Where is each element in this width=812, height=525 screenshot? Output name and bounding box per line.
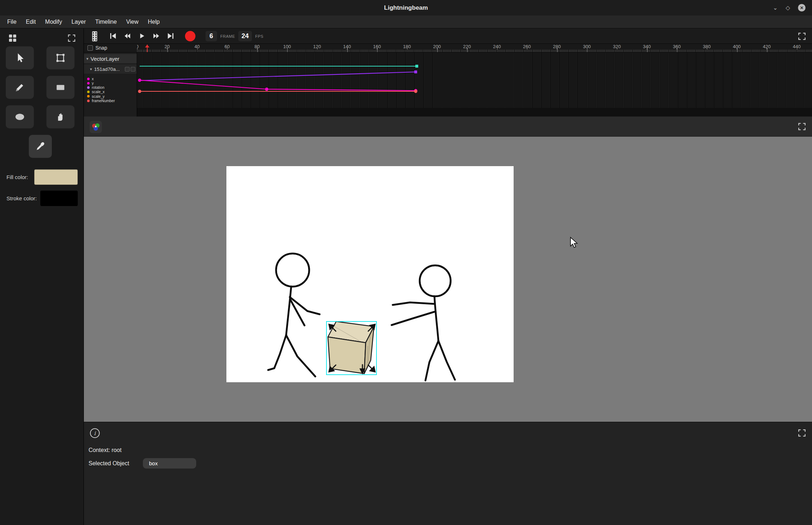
ruler-minor-ticks [137,50,812,52]
eyedropper-tool-button[interactable] [29,135,52,158]
frame-number-value[interactable]: 6 [206,31,217,41]
transport-controls [108,31,175,41]
property-row-x[interactable]: x [84,77,137,81]
menu-item-edit[interactable]: Edit [21,19,41,25]
play-button[interactable] [137,31,146,41]
collapse-triangle-icon[interactable]: ▾ [90,67,92,72]
inspector-expand-button[interactable] [797,428,807,438]
record-button[interactable] [185,31,195,41]
select-arrow-icon [14,52,26,64]
film-strip-icon [90,31,99,42]
frame-curve-keyframe [414,90,418,93]
rectangle-tool-button[interactable] [46,76,75,99]
property-name: y [92,81,94,85]
snap-toggle[interactable]: Snap [87,45,107,51]
tools-grid [6,46,75,128]
transform-tool-button[interactable] [46,46,75,69]
expand-icon [798,33,806,40]
ellipse-tool-button[interactable] [6,105,34,128]
menu-item-file[interactable]: File [3,19,21,25]
frame-indicator: 6 FRAME 24 FPS [206,28,263,44]
rewind-icon [124,32,131,40]
menu-item-view[interactable]: View [121,19,143,25]
x-curve [140,80,416,91]
menu-item-help[interactable]: Help [143,19,164,25]
skip-to-start-button[interactable] [108,31,118,41]
menu-item-timeline[interactable]: Timeline [91,19,122,25]
stroke-color-label: Stroke color: [6,195,37,201]
timeline-panel: 6 FRAME 24 FPS Snap 02040608010012014016… [84,28,812,117]
layer-name: 151ad70a... [94,67,120,72]
layer-lock-icon[interactable] [131,67,135,72]
timeline-expand-button[interactable] [797,31,807,41]
context-label: Context: root [89,447,122,453]
property-row-scale_x[interactable]: scale_x [84,90,137,94]
property-row-rotation[interactable]: rotation [84,85,137,90]
tool-panel-expand-button[interactable] [66,33,77,44]
scale-curve-keyframe [415,65,418,68]
property-rows: xyrotationscale_xscale_yframeNumber [84,77,137,103]
layer-visibility-icon[interactable] [125,67,130,72]
timeline-ruler[interactable]: Snap 02040608010012014016018020022024026… [84,44,812,52]
mouse-cursor [570,237,579,249]
window-title: Lightningbeam [0,0,812,15]
selected-object-row: Selected Object box [89,458,196,469]
layer-row-vectorlayer[interactable]: ▾ VectorLayer [84,54,137,63]
property-name: frameNumber [92,99,115,103]
snap-checkbox[interactable] [87,45,93,51]
fps-value[interactable]: 24 [238,31,252,41]
window-controls: ⌄ ◇ ✕ [773,0,806,15]
layer-name: VectorLayer [91,56,119,62]
x-curve-keyframe [265,88,269,91]
track-area[interactable] [137,52,812,117]
info-button[interactable]: i [90,428,100,438]
grid-view-button[interactable] [6,32,19,44]
property-row-y[interactable]: y [84,81,137,85]
property-row-scale_y[interactable]: scale_y [84,94,137,99]
property-name: scale_y [92,95,105,99]
pencil-icon [14,82,26,93]
select-tool-button[interactable] [6,46,34,69]
title-bar: Lightningbeam ⌄ ◇ ✕ [0,0,812,15]
y-curve [140,72,416,81]
maximize-icon[interactable]: ◇ [786,5,790,11]
property-color-dot [87,82,90,85]
skip-start-icon [109,32,117,40]
menu-item-layer[interactable]: Layer [67,19,90,25]
property-row-frameNumber[interactable]: frameNumber [84,99,137,103]
expand-icon [68,35,75,42]
property-color-dot [87,78,90,80]
stage-area[interactable] [84,137,812,422]
layer-row-object[interactable]: ▾ 151ad70a... [84,64,137,74]
rectangle-icon [55,82,66,93]
color-palette-icon [91,122,100,132]
fill-color-swatch[interactable] [34,169,78,185]
minimize-icon[interactable]: ⌄ [773,5,777,11]
property-name: x [92,77,94,81]
stroke-color-swatch[interactable] [40,191,78,206]
property-color-dot [87,100,90,102]
pencil-tool-button[interactable] [6,76,34,99]
canvas-expand-button[interactable] [797,122,807,132]
close-icon[interactable]: ✕ [798,4,806,12]
fps-unit-label: FPS [255,34,263,38]
expand-icon [798,123,806,130]
transform-icon [55,52,66,64]
stick-figure-right [392,265,455,380]
stage-canvas[interactable] [226,166,514,382]
skip-to-end-button[interactable] [166,31,175,41]
collapse-triangle-icon[interactable]: ▾ [86,56,89,61]
stick-figure-left [268,254,320,376]
fast-forward-icon [153,32,160,40]
hand-tool-button[interactable] [46,105,75,128]
film-button[interactable] [89,31,100,42]
fast-forward-button[interactable] [152,31,161,41]
selected-object-input[interactable]: box [143,458,196,469]
color-palette-button[interactable] [90,121,102,133]
menu-item-modify[interactable]: Modify [40,19,67,25]
property-name: scale_x [92,90,105,94]
rewind-button[interactable] [123,31,132,41]
grid-icon [8,34,17,42]
playhead[interactable] [147,45,148,52]
skip-end-icon [167,32,174,40]
